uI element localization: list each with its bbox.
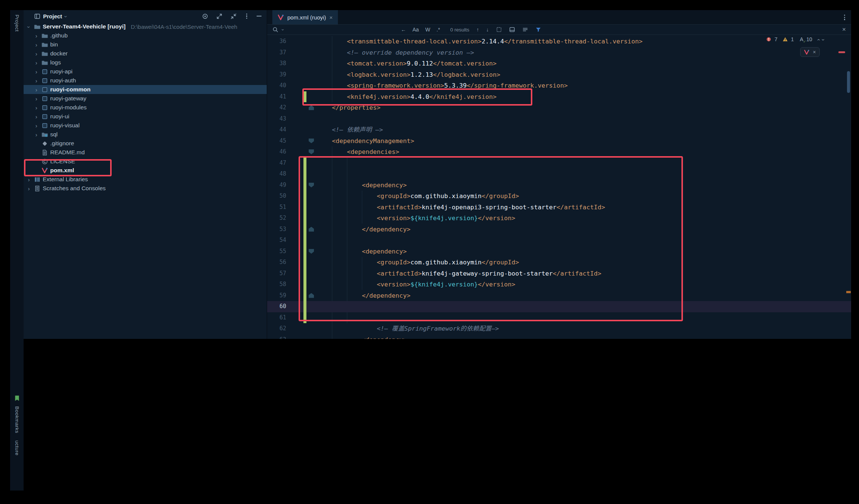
code-line-49[interactable]: 49 <dependency> [267, 180, 851, 191]
next-occurrence-icon[interactable]: ↓ [486, 27, 489, 33]
locate-file-icon[interactable] [202, 13, 208, 19]
chevron-right-icon[interactable]: › [33, 51, 39, 57]
fold-start-icon[interactable] [309, 183, 314, 188]
code-line-52[interactable]: 52 <version>${knife4j.version}</version> [267, 213, 851, 224]
collapse-all-icon[interactable] [230, 13, 237, 19]
chevron-right-icon[interactable]: › [33, 33, 39, 39]
close-tab-icon[interactable]: × [329, 14, 333, 21]
chevron-right-icon[interactable]: › [26, 177, 32, 182]
tree-item-root[interactable]: ›Server-Team4-Veehicle [ruoyi]D:\bawei\0… [24, 22, 267, 31]
fold-start-icon[interactable] [309, 149, 314, 154]
find-input[interactable] [287, 25, 396, 34]
code-line-60[interactable]: 60 [267, 301, 851, 312]
close-icon[interactable]: × [813, 49, 816, 55]
return-arrow-icon[interactable]: ← [399, 27, 408, 33]
chevron-down-icon[interactable]: › [26, 24, 32, 30]
regex-toggle[interactable]: .* [435, 27, 441, 33]
previous-occurrence-icon[interactable]: ↑ [477, 27, 479, 33]
chevron-right-icon[interactable]: › [26, 186, 32, 191]
match-case-toggle[interactable]: Aa [411, 27, 420, 33]
chevron-down-icon[interactable]: › [63, 15, 69, 17]
open-in-tool-window-icon[interactable] [509, 27, 515, 33]
fold-start-icon[interactable] [309, 139, 314, 143]
code-line-51[interactable]: 51 <artifactId>knife4j-openapi3-spring-b… [267, 202, 851, 213]
tab-pom-xml[interactable]: pom.xml (ruoyi) × [272, 10, 338, 24]
tree-item-pom[interactable]: pom.xml [24, 166, 267, 175]
fold-start-icon[interactable] [309, 249, 314, 254]
tree-item-ruoyi-visual[interactable]: ›ruoyi-visual [24, 121, 267, 130]
tree-item-ruoyi-auth[interactable]: ›ruoyi-auth [24, 76, 267, 85]
fold-end-icon[interactable] [309, 293, 314, 298]
tree-item-github[interactable]: ›.github [24, 31, 267, 40]
project-panel-title[interactable]: Project [43, 13, 62, 19]
code-line-36[interactable]: 36 <transmittable-thread-local.version>2… [267, 36, 851, 47]
tree-item-logs[interactable]: ›logs [24, 58, 267, 67]
tree-item-ruoyi-gateway[interactable]: ›ruoyi-gateway [24, 94, 267, 103]
chevron-right-icon[interactable]: › [33, 114, 39, 119]
code-line-50[interactable]: 50 <groupId>com.github.xiaoymin</groupId… [267, 191, 851, 202]
code-line-40[interactable]: 40 <spring-framework.version>5.3.39</spr… [267, 80, 851, 91]
fold-end-icon[interactable] [309, 227, 314, 232]
search-history-chevron-icon[interactable]: › [281, 29, 285, 31]
tree-item-sql[interactable]: ›sql [24, 130, 267, 139]
tree-item-ruoyi-modules[interactable]: ›ruoyi-modules [24, 103, 267, 112]
tree-item-scratches[interactable]: ›Scratches and Consoles [24, 184, 267, 193]
code-line-43[interactable]: 43 [267, 113, 851, 125]
chevron-right-icon[interactable]: › [33, 105, 39, 110]
code-line-56[interactable]: 56 <groupId>com.github.xiaoymin</groupId… [267, 257, 851, 268]
more-options-icon[interactable] [245, 13, 248, 20]
chevron-right-icon[interactable]: › [33, 78, 39, 84]
chevron-right-icon[interactable]: › [33, 60, 39, 66]
tree-item-bin[interactable]: ›bin [24, 40, 267, 49]
chevron-right-icon[interactable]: › [33, 87, 39, 92]
expand-all-icon[interactable] [216, 13, 223, 19]
tree-item-docker[interactable]: ›docker [24, 49, 267, 58]
chevron-right-icon[interactable]: › [33, 123, 39, 128]
tree-item-gitignore[interactable]: .gitignore [24, 139, 267, 148]
project-view-icon[interactable] [34, 13, 40, 19]
chevron-right-icon[interactable]: › [33, 132, 39, 137]
code-line-46[interactable]: 46 <dependencies> [267, 146, 851, 158]
close-find-icon[interactable]: × [842, 26, 846, 33]
code-line-58[interactable]: 58 <version>${knife4j.version}</version> [267, 279, 851, 290]
code-line-63[interactable]: 63 <dependency> [267, 334, 851, 339]
tree-item-ruoyi-ui[interactable]: ›ruoyi-ui [24, 112, 267, 121]
bookmarks-tool-button[interactable]: Bookmarks [14, 406, 20, 433]
code-line-57[interactable]: 57 <artifactId>knife4j-gateway-spring-bo… [267, 268, 851, 279]
code-line-47[interactable]: 47 [267, 158, 851, 169]
tree-item-external-libraries[interactable]: ›External Libraries [24, 175, 267, 184]
code-line-39[interactable]: 39 <logback.version>1.2.13</logback.vers… [267, 69, 851, 81]
code-line-38[interactable]: 38 <tomcat.version>9.0.112</tomcat.versi… [267, 58, 851, 69]
code-line-59[interactable]: 59 </dependency> [267, 290, 851, 301]
code-area[interactable]: 36 <transmittable-thread-local.version>2… [267, 35, 851, 339]
tree-item-ruoyi-api[interactable]: ›ruoyi-api [24, 67, 267, 76]
code-line-55[interactable]: 55 <dependency> [267, 246, 851, 257]
code-line-62[interactable]: 62 <!— 覆盖SpringFramework的依赖配置—> [267, 323, 851, 334]
scrollbar-thumb[interactable] [847, 71, 850, 93]
code-line-45[interactable]: 45 <dependencyManagement> [267, 136, 851, 147]
fold-end-icon[interactable] [309, 105, 314, 110]
structure-tool-button[interactable]: ucture [14, 440, 20, 456]
tree-item-ruoyi-common[interactable]: ›ruoyi-common [24, 85, 267, 94]
code-line-53[interactable]: 53 </dependency> [267, 224, 851, 235]
chevron-right-icon[interactable]: › [33, 42, 39, 48]
tree-item-readme[interactable]: README.md [24, 148, 267, 157]
hide-panel-icon[interactable] [257, 16, 261, 16]
select-all-occurrences-icon[interactable] [496, 27, 502, 33]
code-line-54[interactable]: 54 [267, 235, 851, 246]
inspections-widget[interactable]: 7 1 A✓ 10 › › [766, 36, 824, 42]
next-problem-icon[interactable]: › [821, 39, 826, 40]
filter-icon[interactable] [535, 27, 541, 33]
project-tool-button[interactable]: Project [14, 15, 20, 32]
code-line-44[interactable]: 44 <!— 依赖声明 —> [267, 124, 851, 136]
whole-words-toggle[interactable]: W [424, 27, 432, 33]
code-line-42[interactable]: 42 </properties> [267, 102, 851, 113]
chevron-right-icon[interactable]: › [33, 69, 39, 75]
code-line-37[interactable]: 37 <!— override dependency version —> [267, 47, 851, 58]
code-line-41[interactable]: 41 <knife4j.version>4.4.0</knife4j.versi… [267, 91, 851, 103]
tree-item-license[interactable]: LICENSE [24, 157, 267, 166]
chevron-right-icon[interactable]: › [33, 96, 39, 101]
floating-file-chip[interactable]: × [800, 47, 820, 57]
menu-lines-icon[interactable] [522, 27, 528, 33]
tab-options-icon[interactable] [843, 14, 846, 21]
